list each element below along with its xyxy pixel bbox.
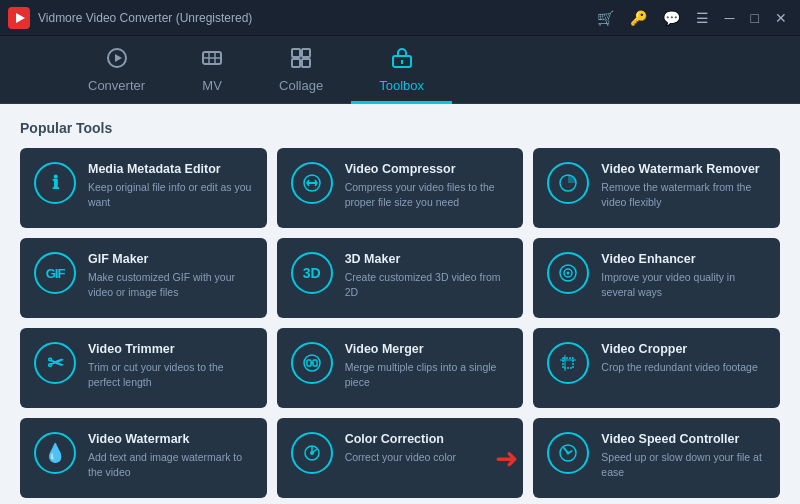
svg-rect-9 — [302, 49, 310, 57]
video-watermark-remover-title: Video Watermark Remover — [601, 162, 766, 176]
video-merger-desc: Merge multiple clips into a single piece — [345, 360, 510, 389]
title-bar: Vidmore Video Converter (Unregistered) 🛒… — [0, 0, 800, 36]
color-correction-icon — [291, 432, 333, 474]
3d-maker-title: 3D Maker — [345, 252, 510, 266]
video-speed-controller-title: Video Speed Controller — [601, 432, 766, 446]
svg-rect-10 — [292, 59, 300, 67]
mv-icon — [201, 47, 223, 74]
video-cropper-icon — [547, 342, 589, 384]
video-cropper-desc: Crop the redundant video footage — [601, 360, 757, 375]
svg-point-28 — [310, 451, 314, 455]
video-compressor-desc: Compress your video files to the proper … — [345, 180, 510, 209]
tab-mv[interactable]: MV — [173, 39, 251, 104]
minimize-icon[interactable]: ─ — [720, 8, 740, 28]
video-trimmer-desc: Trim or cut your videos to the perfect l… — [88, 360, 253, 389]
video-compressor-title: Video Compressor — [345, 162, 510, 176]
tools-grid: ℹ Media Metadata Editor Keep original fi… — [20, 148, 780, 498]
video-cropper-title: Video Cropper — [601, 342, 757, 356]
svg-point-19 — [567, 272, 570, 275]
gif-maker-icon: GIF — [34, 252, 76, 294]
collage-icon — [290, 47, 312, 74]
media-metadata-icon: ℹ — [34, 162, 76, 204]
tab-collage-label: Collage — [279, 78, 323, 93]
tab-toolbox-label: Toolbox — [379, 78, 424, 93]
tab-collage[interactable]: Collage — [251, 39, 351, 104]
svg-rect-8 — [292, 49, 300, 57]
video-watermark-icon: 💧 — [34, 432, 76, 474]
3d-maker-icon: 3D — [291, 252, 333, 294]
tool-media-metadata-editor[interactable]: ℹ Media Metadata Editor Keep original fi… — [20, 148, 267, 228]
video-watermark-title: Video Watermark — [88, 432, 253, 446]
video-enhancer-title: Video Enhancer — [601, 252, 766, 266]
svg-rect-11 — [302, 59, 310, 67]
video-speed-controller-icon — [547, 432, 589, 474]
tool-3d-maker[interactable]: 3D 3D Maker Create customized 3D video f… — [277, 238, 524, 318]
app-logo — [8, 7, 30, 29]
video-trimmer-icon: ✂ — [34, 342, 76, 384]
tab-toolbox[interactable]: Toolbox — [351, 39, 452, 104]
gif-maker-title: GIF Maker — [88, 252, 253, 266]
video-watermark-remover-desc: Remove the watermark from the video flex… — [601, 180, 766, 209]
gif-maker-desc: Make customized GIF with your video or i… — [88, 270, 253, 299]
video-enhancer-icon — [547, 252, 589, 294]
converter-icon — [106, 47, 128, 74]
maximize-icon[interactable]: □ — [746, 8, 764, 28]
svg-point-31 — [567, 452, 570, 455]
tool-video-speed-controller[interactable]: ➜ Video Speed Controller Speed up or slo… — [533, 418, 780, 498]
3d-maker-desc: Create customized 3D video from 2D — [345, 270, 510, 299]
color-correction-desc: Correct your video color — [345, 450, 456, 465]
tool-video-compressor[interactable]: Video Compressor Compress your video fil… — [277, 148, 524, 228]
tool-video-enhancer[interactable]: Video Enhancer Improve your video qualit… — [533, 238, 780, 318]
video-watermark-desc: Add text and image watermark to the vide… — [88, 450, 253, 479]
tool-color-correction[interactable]: Color Correction Correct your video colo… — [277, 418, 524, 498]
svg-rect-22 — [313, 360, 317, 366]
key-icon[interactable]: 🔑 — [625, 8, 652, 28]
tool-video-watermark-remover[interactable]: Video Watermark Remover Remove the water… — [533, 148, 780, 228]
chat-icon[interactable]: 💬 — [658, 8, 685, 28]
tab-mv-label: MV — [202, 78, 222, 93]
nav-bar: Converter MV Collage — [0, 36, 800, 104]
media-metadata-title: Media Metadata Editor — [88, 162, 253, 176]
video-watermark-remover-icon — [547, 162, 589, 204]
window-controls: 🛒 🔑 💬 ☰ ─ □ ✕ — [592, 8, 792, 28]
svg-rect-21 — [307, 360, 311, 366]
tool-gif-maker[interactable]: GIF GIF Maker Make customized GIF with y… — [20, 238, 267, 318]
shopping-cart-icon[interactable]: 🛒 — [592, 8, 619, 28]
color-correction-title: Color Correction — [345, 432, 456, 446]
tool-video-trimmer[interactable]: ✂ Video Trimmer Trim or cut your videos … — [20, 328, 267, 408]
app-title: Vidmore Video Converter (Unregistered) — [38, 11, 592, 25]
content-area: Popular Tools ℹ Media Metadata Editor Ke… — [0, 104, 800, 504]
tab-converter[interactable]: Converter — [60, 39, 173, 104]
media-metadata-desc: Keep original file info or edit as you w… — [88, 180, 253, 209]
tool-video-watermark[interactable]: 💧 Video Watermark Add text and image wat… — [20, 418, 267, 498]
section-title: Popular Tools — [20, 120, 780, 136]
video-compressor-icon — [291, 162, 333, 204]
video-enhancer-desc: Improve your video quality in several wa… — [601, 270, 766, 299]
video-speed-controller-desc: Speed up or slow down your file at ease — [601, 450, 766, 479]
svg-marker-3 — [115, 54, 122, 62]
video-merger-title: Video Merger — [345, 342, 510, 356]
toolbox-icon — [391, 47, 413, 74]
tab-converter-label: Converter — [88, 78, 145, 93]
video-merger-icon — [291, 342, 333, 384]
tool-video-cropper[interactable]: Video Cropper Crop the redundant video f… — [533, 328, 780, 408]
tool-video-merger[interactable]: Video Merger Merge multiple clips into a… — [277, 328, 524, 408]
menu-icon[interactable]: ☰ — [691, 8, 714, 28]
video-trimmer-title: Video Trimmer — [88, 342, 253, 356]
close-icon[interactable]: ✕ — [770, 8, 792, 28]
